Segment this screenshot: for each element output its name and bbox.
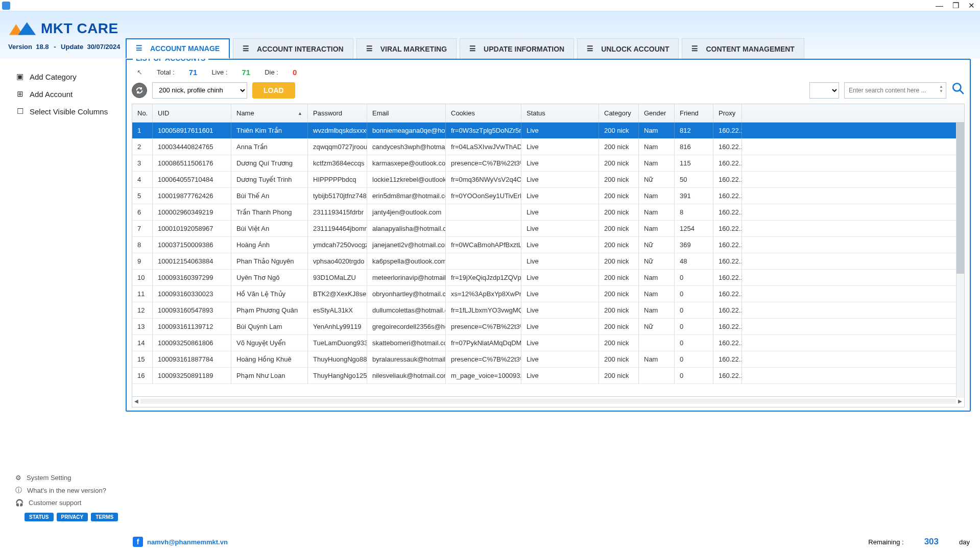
tab-account-manage[interactable]: ☰ACCOUNT MANAGE [126,38,230,59]
tab-update-information[interactable]: ☰UPDATE INFORMATION [460,38,574,59]
cell-status: Live [521,221,599,236]
table-row[interactable]: 15100093161887784Hoàng Hồng KhuêThuyHuon… [132,351,964,368]
column-header[interactable]: Status [521,104,599,122]
vertical-scrollbar[interactable] [956,123,964,398]
cell-gender: Nam [639,270,675,285]
horizontal-scrollbar[interactable]: ◀▶ [132,396,964,405]
table-row[interactable]: 2100034440824765Anna Trầnzqwqqm0727jroou… [132,139,964,155]
cell-pwd: kctfzm3684eccqs [308,155,367,171]
sidebar-select-columns[interactable]: ☐ Select Visible Columns [15,103,121,120]
cell-name: Thiên Kim Trần [231,123,308,138]
table-row[interactable]: 4100064055710484Dương Tuyết TrinhHIPPPPP… [132,172,964,188]
table-row[interactable]: 14100093250861806Võ Nguyệt UyểnTueLamDuo… [132,335,964,351]
list-accounts-panel: LIST OF ACCOUNTS ↖ Total : 71 Live : 71 … [126,59,971,412]
table-row[interactable]: 7100010192058967Bùi Việt An2311194464jbo… [132,221,964,237]
cell-proxy: 160.22.10 [713,253,742,269]
cell-no: 15 [132,351,153,367]
refresh-button[interactable] [132,83,147,98]
load-button[interactable]: LOAD [252,82,295,99]
table-row[interactable]: 8100037150009386Hoàng Ánhymdcah7250vocgz… [132,237,964,253]
gear-icon: ⚙ [15,474,21,482]
cell-gender: Nam [639,221,675,236]
content-area: ☰ACCOUNT MANAGE☰ACCOUNT INTERACTION☰VIRA… [126,59,980,533]
table-row[interactable]: 12100093160547893Phạm Phương QuânesStyAL… [132,302,964,319]
spinner-icon[interactable]: ▲▼ [939,84,943,93]
column-header[interactable]: Name▲ [231,104,308,122]
sidebar-add-category[interactable]: ▣ Add Category [15,68,121,85]
profile-select[interactable]: 200 nick, profile chinh [152,82,247,99]
cell-pwd: tybijb5170jtfnz748663... [308,188,367,204]
cell-pwd: 2311194464jbomm [308,221,367,236]
table-row[interactable]: 9100012154063884Phan Thảo Nguyênvphsao40… [132,253,964,270]
cell-no: 5 [132,188,153,204]
cell-no: 12 [132,302,153,318]
cell-proxy: 160.22.10 [713,302,742,318]
terms-badge[interactable]: TERMS [91,513,118,521]
status-badge[interactable]: STATUS [25,513,54,521]
cell-uid: 100037150009386 [153,237,231,253]
cell-proxy: 160.22.10 [713,155,742,171]
cell-friend: 812 [675,123,713,138]
day-unit: day [959,538,970,546]
column-header[interactable]: No. [132,104,153,122]
cell-status: Live [521,368,599,384]
column-header[interactable]: Cookies [446,104,521,122]
customer-support-link[interactable]: 🎧Customer support [15,497,121,509]
maximize-button[interactable]: ❐ [952,1,959,10]
cell-no: 11 [132,286,153,302]
privacy-badge[interactable]: PRIVACY [57,513,88,521]
cell-cookies: fr=0mq36NWyVsV2q4CR4.AW... [446,172,521,187]
cell-cookies: fr=07PykNlatAMqDqDM8.AW... [446,335,521,351]
table-row[interactable]: 1100058917611601Thiên Kim Trầnwvzdmlbqsk… [132,123,964,139]
cell-cookies: fr=04LaSXIvwJVwThADx.AWV1... [446,139,521,155]
cell-proxy: 160.22.10 [713,351,742,367]
column-header[interactable]: UID [153,104,231,122]
facebook-icon[interactable]: f [133,537,143,547]
search-input[interactable] [844,82,946,99]
cell-friend: 0 [675,270,713,285]
live-count: 71 [242,68,250,77]
table-row[interactable]: 10100093160397299Uyên Thơ Ngô93D1OMaLZUm… [132,270,964,286]
tab-unlock-account[interactable]: ☰UNLOCK ACCOUNT [577,38,679,59]
column-header[interactable]: Email [367,104,446,122]
cell-pwd: zqwqqm0727jroou30... [308,139,367,155]
cell-gender: Nam [639,204,675,220]
whats-new-link[interactable]: ⓘWhat's in the new version? [15,484,121,497]
filter-select[interactable] [809,82,839,99]
cell-email: janty4jen@outlook.com [367,204,446,220]
die-count: 0 [293,68,297,77]
table-row[interactable]: 11100093160330023Hồ Văn Lệ ThủyBTK2@XexK… [132,286,964,302]
table-row[interactable]: 5100019877762426Bùi Thế Antybijb5170jtfn… [132,188,964,204]
cell-gender: Nam [639,123,675,138]
column-header[interactable]: Friend [675,104,713,122]
cell-pwd: 2311193415fdrbr [308,204,367,220]
table-row[interactable]: 13100093161139712Bùi Quỳnh LamYenAnhLy99… [132,319,964,335]
tab-content-management[interactable]: ☰CONTENT MANAGEMENT [682,38,804,59]
cell-proxy: 160.22.10 [713,139,742,155]
unlock-icon: ☰ [587,44,596,54]
column-header[interactable]: Gender [639,104,675,122]
cell-cat: 200 nick [599,204,639,220]
column-header[interactable]: Proxy [713,104,742,122]
cell-no: 2 [132,139,153,155]
table-row[interactable]: 16100093250891189Phạm Như LoanThuyHangNg… [132,368,964,384]
cell-cat: 200 nick [599,319,639,334]
tab-account-interaction[interactable]: ☰ACCOUNT INTERACTION [233,38,353,59]
table-row[interactable]: 3100086511506176Dương Quí Trươngkctfzm36… [132,155,964,172]
column-header[interactable]: Password [308,104,367,122]
system-setting-link[interactable]: ⚙System Setting [15,472,121,484]
cell-gender [639,335,675,351]
sidebar: ▣ Add Category ⊞ Add Account ☐ Select Vi… [0,59,126,533]
tab-viral-marketing[interactable]: ☰VIRAL MARKETING [356,38,457,59]
cell-gender: Nữ [639,237,675,253]
close-button[interactable]: ✕ [968,1,975,10]
contact-email[interactable]: namvh@phanmemmkt.vn [147,538,228,546]
column-header[interactable]: Category [599,104,639,122]
cell-gender: Nam [639,302,675,318]
search-icon[interactable] [951,82,965,99]
footer-bar: f namvh@phanmemmkt.vn Remaining : 303 da… [0,533,980,551]
minimize-button[interactable]: — [936,1,943,10]
cell-email: byralauressauk@hotmail.com [367,351,446,367]
sidebar-add-account[interactable]: ⊞ Add Account [15,85,121,103]
table-row[interactable]: 6100002960349219Trần Thanh Phong23111934… [132,204,964,221]
